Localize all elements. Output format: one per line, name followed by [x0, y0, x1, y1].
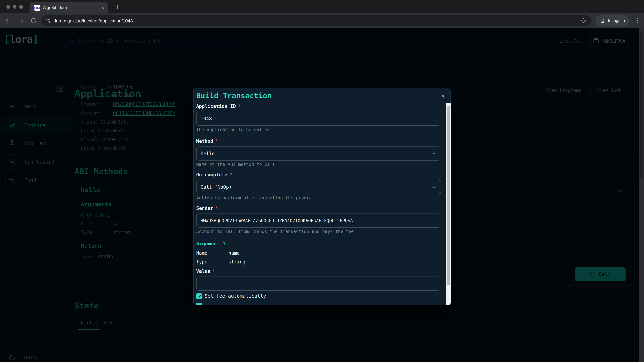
next-checkbox-partial[interactable]	[196, 303, 202, 305]
chevron-down-icon	[431, 151, 437, 156]
close-icon[interactable]	[440, 93, 446, 99]
page-scrollbar-thumb[interactable]	[640, 31, 643, 178]
browser-tab-strip: [ak] AlgoKit - lora	[0, 0, 644, 13]
value-label: Value*	[196, 269, 215, 274]
modal-arg-name-label: Name	[196, 250, 208, 256]
tab-close-icon[interactable]	[100, 6, 105, 10]
app-id-helper: The application to be called	[196, 127, 270, 132]
modal-arg-type-value: string	[228, 259, 245, 265]
url-text: lora.algokit.io/localnet/application/104…	[55, 18, 133, 23]
modal-scrollbar-thumb[interactable]	[447, 106, 450, 285]
browser-tab[interactable]: [ak] AlgoKit - lora	[30, 2, 108, 13]
address-bar[interactable]: lora.algokit.io/localnet/application/104…	[41, 15, 591, 26]
on-complete-label: On complete*	[196, 172, 232, 177]
incognito-icon	[600, 18, 606, 24]
sender-helper: Account to call from. Sends the transact…	[196, 229, 354, 234]
site-favicon: [ak]	[34, 5, 40, 10]
site-settings-icon[interactable]	[46, 18, 51, 23]
window-close-button[interactable]	[6, 5, 10, 9]
screen: [ak] AlgoKit - lora lora.algokit.io/loca…	[0, 0, 644, 362]
on-complete-select[interactable]: Call (NoOp)	[196, 180, 441, 194]
incognito-badge: Incognito	[596, 15, 629, 26]
bookmark-star-icon[interactable]	[580, 18, 586, 24]
on-complete-helper: Action to perform after executing the pr…	[196, 195, 314, 200]
forward-button[interactable]	[16, 16, 26, 25]
browser-menu-icon[interactable]	[635, 17, 640, 24]
window-maximize-button[interactable]	[19, 5, 23, 9]
modal-arg-type-label: Type	[196, 259, 208, 265]
value-input[interactable]	[196, 277, 441, 291]
modal-scrollbar[interactable]	[446, 103, 451, 305]
build-transaction-modal: Build Transaction Application ID* The ap…	[193, 88, 451, 305]
method-select[interactable]: hello	[196, 146, 441, 161]
checkmark-icon	[197, 294, 201, 298]
modal-title: Build Transaction	[196, 91, 272, 100]
fee-checkbox[interactable]	[196, 293, 202, 299]
sender-input[interactable]	[196, 214, 441, 228]
tab-title: AlgoKit - lora	[43, 5, 100, 10]
app-id-label: Application ID*	[196, 104, 241, 109]
reload-button[interactable]	[29, 16, 38, 25]
sender-label: Sender*	[196, 205, 218, 211]
new-tab-button[interactable]	[113, 2, 122, 12]
modal-argument1-heading: Argument 1	[196, 241, 226, 246]
window-minimize-button[interactable]	[13, 5, 16, 9]
method-helper: Name of the ABI method to call	[196, 162, 275, 167]
chevron-down-icon	[431, 184, 437, 190]
modal-arg-name-value: name	[228, 250, 240, 256]
method-label: Method*	[196, 138, 218, 144]
app-id-input[interactable]	[196, 112, 441, 126]
fee-checkbox-label: Set fee automatically	[204, 293, 266, 299]
page-scrollbar[interactable]	[639, 28, 644, 362]
back-button[interactable]	[3, 16, 13, 25]
browser-toolbar: lora.algokit.io/localnet/application/104…	[0, 13, 644, 28]
incognito-label: Incognito	[608, 18, 625, 23]
